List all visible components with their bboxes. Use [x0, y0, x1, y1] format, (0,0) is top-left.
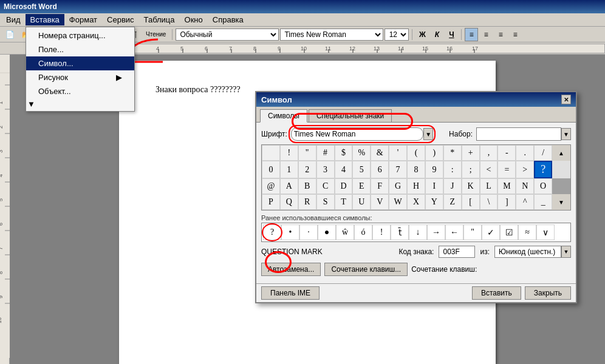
sym-cell[interactable]: V	[371, 194, 389, 210]
sym-cell[interactable]: S	[316, 194, 335, 210]
font-dropdown-arrow[interactable]: ▼	[423, 128, 433, 140]
sym-cell[interactable]: F	[371, 178, 389, 194]
code-input[interactable]	[439, 246, 475, 258]
recent-exclaim[interactable]: !	[372, 224, 391, 240]
sym-cell[interactable]: K	[462, 178, 480, 194]
sym-cell[interactable]: C	[316, 178, 335, 194]
sym-cell[interactable]: _	[534, 194, 552, 210]
sym-cell[interactable]: B	[298, 178, 316, 194]
recent-w-hat[interactable]: ŵ	[336, 224, 354, 240]
recent-left-arrow[interactable]: ←	[445, 224, 463, 240]
sym-cell[interactable]	[262, 145, 280, 161]
sym-cell[interactable]: Q	[280, 194, 298, 210]
recent-down-arrow[interactable]: ↓	[409, 224, 427, 240]
tab-special[interactable]: Специальные знаки	[309, 109, 392, 122]
recent-o-acute[interactable]: ó	[354, 224, 372, 240]
menu-simvol[interactable]: Символ...	[26, 56, 134, 70]
bold-btn[interactable]: Ж	[415, 28, 429, 41]
sym-cell[interactable]: #	[316, 145, 335, 161]
style-dropdown[interactable]: Обычный	[176, 29, 279, 41]
menu-format[interactable]: Формат	[64, 14, 102, 25]
shortcut-btn[interactable]: Сочетание клавиш...	[324, 263, 408, 276]
menu-servis[interactable]: Сервис	[102, 14, 139, 25]
sym-cell[interactable]: )	[425, 145, 443, 161]
sym-cell[interactable]: 1	[280, 161, 298, 178]
sym-cell[interactable]: 0	[262, 161, 280, 178]
insert-btn[interactable]: Вставить	[472, 286, 521, 300]
underline-btn[interactable]: Ч	[445, 28, 458, 41]
menu-tablica[interactable]: Таблица	[139, 14, 180, 25]
sym-cell[interactable]: >	[516, 161, 534, 178]
recent-approx[interactable]: ≈	[518, 224, 536, 240]
sym-cell[interactable]: -	[497, 145, 516, 161]
sym-cell[interactable]: G	[389, 178, 407, 194]
sym-cell[interactable]: U	[352, 194, 371, 210]
sym-cell[interactable]: ]	[497, 194, 516, 210]
sym-cell[interactable]: @	[262, 178, 280, 194]
sym-cell[interactable]: +	[462, 145, 480, 161]
from-input[interactable]	[494, 246, 561, 258]
recent-blackcircle[interactable]: ●	[318, 224, 336, 240]
recent-bullet[interactable]: •	[281, 224, 299, 240]
sym-cell[interactable]: D	[335, 178, 353, 194]
menu-vid[interactable]: Вид	[1, 14, 26, 25]
reading-btn[interactable]: Чтение	[143, 28, 169, 41]
sym-cell[interactable]: 5	[352, 161, 371, 178]
sym-cell[interactable]: ^	[516, 194, 534, 210]
sym-cell[interactable]: =	[497, 161, 516, 178]
set-dropdown-arrow[interactable]: ▼	[561, 128, 571, 140]
from-dropdown-arrow[interactable]: ▼	[561, 246, 571, 258]
menu-risunok[interactable]: Рисунок ▶	[26, 70, 134, 84]
size-dropdown[interactable]: 12	[385, 29, 409, 41]
sym-cell[interactable]: 4	[335, 161, 353, 178]
menu-obekt[interactable]: Объект...	[26, 84, 134, 98]
font-input[interactable]	[291, 127, 423, 141]
sym-cell[interactable]: *	[443, 145, 462, 161]
new-btn[interactable]: 📄	[2, 28, 18, 41]
recent-vee[interactable]: ∨	[536, 224, 555, 240]
sym-cell[interactable]: /	[534, 145, 552, 161]
menu-spravka[interactable]: Справка	[208, 14, 248, 25]
sym-cell[interactable]: "	[298, 145, 316, 161]
recent-check[interactable]: ✓	[482, 224, 500, 240]
font-dropdown[interactable]: Times New Roman	[280, 29, 383, 41]
sym-cell[interactable]: W	[389, 194, 407, 210]
sym-cell[interactable]: A	[280, 178, 298, 194]
sym-cell[interactable]: :	[443, 161, 462, 178]
sym-cell[interactable]: %	[352, 145, 371, 161]
sym-cell[interactable]: I	[425, 178, 443, 194]
sym-cell[interactable]: ,	[480, 145, 498, 161]
align-left-btn[interactable]: ≡	[465, 28, 478, 41]
sym-cell[interactable]: &	[371, 145, 389, 161]
recent-quote[interactable]: "	[463, 224, 482, 240]
sym-cell[interactable]: 6	[371, 161, 389, 178]
close-btn[interactable]: Закрыть	[525, 286, 571, 300]
menu-pole[interactable]: Поле...	[26, 42, 134, 56]
sym-cell[interactable]: 7	[389, 161, 407, 178]
sym-cell[interactable]: '	[389, 145, 407, 161]
scroll-down-cell[interactable]: ▼	[552, 194, 570, 210]
sym-cell[interactable]: ;	[462, 161, 480, 178]
align-right-btn[interactable]: ≡	[494, 28, 507, 41]
align-justify-btn[interactable]: ≡	[508, 28, 522, 41]
menu-okno[interactable]: Окно	[180, 14, 208, 25]
sym-cell[interactable]: Y	[425, 194, 443, 210]
sym-cell[interactable]: R	[298, 194, 316, 210]
sym-cell[interactable]: \	[480, 194, 498, 210]
sym-cell[interactable]: 8	[407, 161, 425, 178]
sym-cell[interactable]: J	[443, 178, 462, 194]
sym-cell[interactable]: Z	[443, 194, 462, 210]
sym-cell[interactable]: .	[516, 145, 534, 161]
recent-q-circled[interactable]: ?	[263, 224, 281, 240]
sym-cell[interactable]: 2	[298, 161, 316, 178]
dialog-close-btn[interactable]: ✕	[561, 95, 571, 104]
sym-cell[interactable]: $	[335, 145, 353, 161]
tab-symbols[interactable]: Символы	[260, 109, 307, 123]
recent-right-arrow[interactable]: →	[427, 224, 445, 240]
sym-cell[interactable]: [	[462, 194, 480, 210]
menu-nomera[interactable]: Номера страниц...	[26, 29, 134, 42]
sym-cell[interactable]: (	[407, 145, 425, 161]
sym-cell[interactable]: X	[407, 194, 425, 210]
recent-t-bar[interactable]: t̄	[391, 224, 409, 240]
menu-vstavka[interactable]: Вставка	[26, 14, 64, 25]
